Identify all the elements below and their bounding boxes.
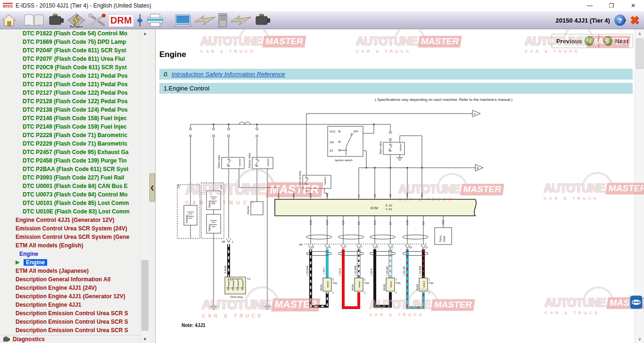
flash-link-right-button[interactable] — [230, 12, 252, 28]
svg-text:8: 8 — [313, 246, 314, 249]
tree-item[interactable]: ▶ DTC U0101 (Flash Code 85) Lost Comm — [0, 200, 140, 208]
minimize-button[interactable]: — — [579, 0, 601, 12]
content-scroll-up-icon[interactable]: ∧ — [635, 29, 644, 38]
tree-item[interactable]: ▶ Description Engine 4JJ1 (Generator 12V… — [0, 293, 140, 302]
laptop-button[interactable] — [173, 12, 192, 28]
introduction-link[interactable]: Introduction Safety Information Referenc… — [172, 71, 285, 78]
tree-item[interactable]: ▶ DTC P1622 (Flash Code 54) Control Mo — [0, 30, 140, 39]
wiring-diagram: A B Glow relay Starter relay Starter cut… — [156, 94, 635, 343]
tree-item[interactable]: ▶ Description Engine 4JJ1 — [0, 302, 140, 310]
tree-item[interactable]: ▶ DTC P3093 (Flash Code 227) Fuel Rail — [0, 174, 140, 183]
print-button[interactable] — [146, 12, 164, 28]
tree-item[interactable]: ▶ ETM All models (Japanese) — [0, 268, 140, 276]
svg-text:V3: V3 — [373, 194, 376, 197]
svg-text:B: B — [477, 167, 479, 170]
svg-text:5 B/W: 5 B/W — [224, 265, 227, 273]
exit-button[interactable]: ✖ — [630, 15, 639, 26]
tree-item[interactable]: ▶ Description Emission Control Urea SCR … — [0, 327, 140, 335]
svg-text:V76: V76 — [309, 193, 312, 197]
tree-item[interactable]: ▶ Description General Information All — [0, 276, 140, 285]
svg-text:Glow plug: Glow plug — [230, 295, 243, 298]
tree-item[interactable]: ▶ Engine Control 4JJ1 (Generator 12V) — [0, 217, 140, 225]
lightning-left-icon — [194, 14, 216, 27]
tree-item[interactable]: ▶ DTC P1669 (Flash Code 75) DPD Lamp — [0, 39, 140, 47]
tree-item[interactable]: ▶ DTC P2458 (Flash Code 139) Purge Tin — [0, 157, 140, 166]
tree-item[interactable]: ▶ DTC P2BAA (Flash Code 611) SCR Syst — [0, 166, 140, 174]
svg-text:Main relay: Main relay — [379, 141, 382, 154]
sidebar-scrollbar[interactable]: ▲ ▼ — [140, 29, 149, 343]
scroll-down-icon[interactable]: ▼ — [141, 335, 149, 343]
main-toolbar: Reflash DRM — [0, 12, 644, 29]
reflash-button[interactable]: Reflash — [67, 12, 86, 28]
manual-button[interactable] — [23, 12, 45, 28]
content-scroll-down-icon[interactable]: ∨ — [635, 335, 644, 343]
title-bar: IDSS E-IDSS - 20150 4JJ1 (Tier 4) - Engl… — [0, 0, 644, 12]
close-button[interactable]: ✕ — [622, 0, 644, 12]
scroll-up-icon[interactable]: ▲ — [141, 29, 149, 37]
tree-item[interactable]: ▶ DTC P2146 (Flash Code 158) Fuel Injec — [0, 115, 140, 123]
previous-button[interactable]: Previous — [552, 34, 599, 48]
svg-text:1.25 L: 1.25 L — [322, 267, 325, 274]
tree-item[interactable]: ▶ DTC P2457 (Flash Code 95) Exhaust Ga — [0, 149, 140, 157]
tree-item[interactable]: ▶ DTC P207F (Flash Code 611) Urea Flui — [0, 56, 140, 64]
tree-item[interactable]: ▶ Emission Control Urea SCR System (24V) — [0, 225, 140, 234]
tree-item[interactable]: ▶ DTC P2122 (Flash Code 121) Pedal Pos — [0, 73, 140, 81]
drm-button[interactable]: DRM — [108, 12, 134, 28]
svg-text:1.25 W/L: 1.25 W/L — [386, 266, 388, 276]
svg-text:E24: E24 — [342, 220, 345, 225]
maximize-button[interactable]: ❐ — [601, 0, 622, 12]
tree-item[interactable]: ▶ DTC U0073 (Flash Code 84) Control Mo — [0, 191, 140, 200]
diagnostics-bar[interactable]: Diagnostics — [0, 335, 140, 343]
scrollbar-thumb[interactable] — [141, 260, 149, 331]
content-scrollbar-thumb[interactable] — [636, 39, 644, 69]
tree-item[interactable]: ▶ DTC P2123 (Flash Code 121) Pedal Pos — [0, 81, 140, 90]
tree-item[interactable]: ▶ DTC P2138 (Flash Code 124) Pedal Pos — [0, 106, 140, 115]
svg-text:Ignition switch: Ignition switch — [335, 159, 353, 162]
tree-item[interactable]: ▶ ETM All models (English) — [0, 242, 140, 251]
engine-icon — [47, 13, 65, 28]
engine-data-button[interactable] — [47, 12, 65, 28]
lightning-right-icon — [230, 14, 252, 27]
ecu-button[interactable] — [218, 12, 228, 28]
svg-text:1.25 L/R: 1.25 L/R — [403, 266, 405, 276]
svg-text:E23: E23 — [309, 220, 312, 225]
tree-item[interactable]: ▶ DTC P2228 (Flash Code 71) Barometric — [0, 132, 140, 140]
next-button[interactable]: Next — [599, 34, 633, 48]
tree-item[interactable]: ▶ Emission Control Urea SCR System (Gene — [0, 234, 140, 242]
tree-item[interactable]: ▶ DTC U010E (Flash Code 83) Lost Comm — [0, 208, 140, 217]
svg-text:V1: V1 — [357, 194, 360, 197]
svg-text:E43: E43 — [326, 220, 329, 225]
tree-item[interactable]: ▶ DTC U0001 (Flash Code 84) CAN Bus E — [0, 183, 140, 191]
splitter-tool[interactable] — [136, 12, 144, 28]
tree-item[interactable]: ▶ DTC P2149 (Flash Code 159) Fuel Injec — [0, 123, 140, 132]
tree-item[interactable]: ▶ DTC P204F (Flash Code 611) SCR Syst — [0, 47, 140, 56]
previous-arrow-icon — [585, 36, 594, 46]
tree-item[interactable]: ▶ Description Emission Control Urea SCR … — [0, 318, 140, 327]
tree-item[interactable]: ▶ DTC P2127 (Flash Code 122) Pedal Pos — [0, 90, 140, 98]
help-button[interactable]: ? ▾ — [614, 14, 626, 26]
tree-item[interactable]: ▶ DTC P2128 (Flash Code 122) Pedal Pos — [0, 98, 140, 106]
tree-item[interactable]: ▶ Description Emission Control Urea SCR … — [0, 310, 140, 318]
home-button[interactable] — [1, 12, 17, 28]
tree-item[interactable]: ▶ Engine — [0, 251, 140, 259]
engine-control-button[interactable] — [254, 12, 272, 28]
model-label: 20150 4JJ1 (Tier 4) — [555, 17, 610, 24]
home-icon — [1, 13, 17, 27]
tree-item[interactable]: ▶ Engine — [0, 259, 140, 268]
tree-item[interactable]: ▶ DTC P20C9 (Flash Code 611) SCR Syst — [0, 64, 140, 73]
section-0-banner: 0. Introduction Safety Information Refer… — [159, 69, 633, 80]
svg-text:A: A — [474, 113, 476, 115]
svg-text:1: 1 — [332, 278, 334, 281]
tree-item[interactable]: ▶ Description Engine 4JJ1 (24V) — [0, 285, 140, 293]
svg-text:2: 2 — [396, 291, 397, 294]
svg-text:1.25 W/B: 1.25 W/B — [354, 265, 357, 276]
svg-text:T31: T31 — [332, 282, 338, 285]
service-tools-button[interactable] — [88, 12, 107, 28]
svg-text:E: S1: E: S1 — [386, 204, 392, 207]
sidebar-collapse-handle[interactable]: ❮ — [149, 173, 155, 202]
svg-text:Battery: Battery — [208, 200, 211, 208]
tree-item[interactable]: ▶ DTC P2229 (Flash Code 71) Barometric — [0, 140, 140, 149]
remote-support-icon — [628, 294, 643, 311]
flash-link-left-button[interactable] — [194, 12, 216, 28]
remote-support-tab[interactable] — [628, 294, 643, 313]
